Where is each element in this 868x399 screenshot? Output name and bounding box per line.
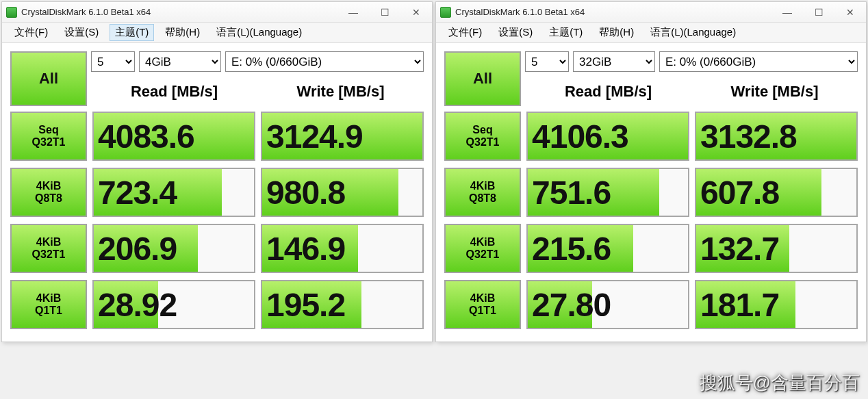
- content-area: All 5 4GiB E: 0% (0/660GiB) Read [MB/s] …: [2, 43, 432, 342]
- result-rows: SeqQ32T14083.63124.94KiBQ8T8723.4980.84K…: [10, 112, 424, 329]
- value-text: 28.92: [98, 286, 177, 324]
- write-value: 195.2: [261, 280, 424, 329]
- value-text: 4106.3: [532, 118, 628, 155]
- titlebar: CrystalDiskMark 6.1.0 Beta1 x64 — ☐ ✕: [436, 2, 866, 23]
- close-button[interactable]: ✕: [834, 2, 866, 23]
- menu-language[interactable]: 语言(L)(Language): [211, 24, 307, 41]
- test-button-seq-q32t1[interactable]: SeqQ32T1: [10, 112, 87, 161]
- test-label-line2: Q32T1: [466, 248, 500, 261]
- result-row: 4KiBQ8T8751.6607.8: [444, 168, 858, 217]
- test-label-line2: Q32T1: [32, 136, 66, 149]
- result-row: 4KiBQ32T1206.9146.9: [10, 224, 424, 273]
- titlebar: CrystalDiskMark 6.1.0 Beta1 x64 — ☐ ✕: [2, 2, 432, 23]
- menu-settings[interactable]: 设置(S): [493, 24, 538, 41]
- window-left: CrystalDiskMark 6.1.0 Beta1 x64 — ☐ ✕ 文件…: [1, 1, 433, 342]
- menu-file[interactable]: 文件(F): [9, 24, 53, 41]
- value-text: 206.9: [98, 230, 177, 268]
- test-label-line1: 4KiB: [36, 236, 61, 248]
- maximize-button[interactable]: ☐: [803, 2, 834, 23]
- test-label-line1: 4KiB: [470, 180, 495, 192]
- write-header: Write [MB/s]: [257, 83, 424, 101]
- read-value: 215.6: [526, 224, 689, 273]
- value-text: 723.4: [98, 174, 177, 211]
- result-row: 4KiBQ1T128.92195.2: [10, 280, 424, 329]
- test-label-line2: Q1T1: [469, 305, 496, 317]
- value-text: 980.8: [266, 174, 345, 211]
- value-text: 195.2: [266, 286, 345, 324]
- menubar: 文件(F) 设置(S) 主题(T) 帮助(H) 语言(L)(Language): [2, 23, 432, 43]
- result-row: 4KiBQ1T127.80181.7: [444, 280, 858, 329]
- write-value: 146.9: [261, 224, 424, 273]
- content-area: All 5 32GiB E: 0% (0/660GiB) Read [MB/s]…: [436, 43, 866, 342]
- menu-theme[interactable]: 主题(T): [544, 24, 588, 41]
- column-headers: Read [MB/s] Write [MB/s]: [525, 83, 858, 101]
- all-button[interactable]: All: [444, 51, 521, 106]
- value-text: 181.7: [700, 286, 779, 324]
- read-value: 27.80: [526, 280, 689, 329]
- minimize-button[interactable]: —: [771, 2, 803, 23]
- read-header: Read [MB/s]: [91, 83, 257, 101]
- maximize-button[interactable]: ☐: [369, 2, 400, 23]
- value-text: 3124.9: [266, 118, 363, 155]
- write-value: 980.8: [261, 168, 424, 217]
- windows-container: CrystalDiskMark 6.1.0 Beta1 x64 — ☐ ✕ 文件…: [0, 0, 868, 344]
- test-label-line2: Q32T1: [466, 136, 500, 149]
- window-controls: — ☐ ✕: [337, 2, 432, 23]
- menu-help[interactable]: 帮助(H): [159, 24, 205, 41]
- select-drive[interactable]: E: 0% (0/660GiB): [659, 51, 858, 72]
- test-button-4kib-q1t1[interactable]: 4KiBQ1T1: [10, 280, 87, 329]
- selects-row: 5 32GiB E: 0% (0/660GiB): [525, 51, 858, 72]
- select-count[interactable]: 5: [91, 51, 135, 72]
- read-value: 206.9: [92, 224, 255, 273]
- select-size[interactable]: 4GiB: [139, 51, 221, 72]
- all-button[interactable]: All: [10, 51, 87, 106]
- result-rows: SeqQ32T14106.33132.84KiBQ8T8751.6607.84K…: [444, 112, 858, 329]
- test-label-line2: Q1T1: [35, 305, 62, 317]
- test-label-line1: Seq: [38, 124, 58, 136]
- write-value: 132.7: [695, 224, 858, 273]
- test-button-4kib-q8t8[interactable]: 4KiBQ8T8: [444, 168, 521, 217]
- value-text: 3132.8: [700, 118, 797, 155]
- test-button-seq-q32t1[interactable]: SeqQ32T1: [444, 112, 521, 161]
- value-text: 607.8: [700, 174, 779, 211]
- select-size[interactable]: 32GiB: [573, 51, 655, 72]
- read-value: 28.92: [92, 280, 255, 329]
- value-text: 4083.6: [98, 118, 194, 155]
- menu-language[interactable]: 语言(L)(Language): [645, 24, 741, 41]
- value-text: 27.80: [532, 286, 611, 324]
- test-button-4kib-q8t8[interactable]: 4KiBQ8T8: [10, 168, 87, 217]
- test-label-line1: 4KiB: [36, 180, 61, 192]
- select-drive[interactable]: E: 0% (0/660GiB): [225, 51, 424, 72]
- close-button[interactable]: ✕: [400, 2, 432, 23]
- read-header: Read [MB/s]: [525, 83, 691, 101]
- value-text: 215.6: [532, 230, 611, 268]
- menu-file[interactable]: 文件(F): [443, 24, 487, 41]
- select-count[interactable]: 5: [525, 51, 569, 72]
- watermark: 搜狐号@含量百分百: [700, 371, 860, 395]
- minimize-button[interactable]: —: [337, 2, 369, 23]
- selects-row: 5 4GiB E: 0% (0/660GiB): [91, 51, 424, 72]
- result-row: SeqQ32T14106.33132.8: [444, 112, 858, 161]
- window-controls: — ☐ ✕: [771, 2, 866, 23]
- value-text: 132.7: [700, 230, 779, 268]
- read-value: 4106.3: [526, 112, 689, 161]
- value-text: 751.6: [532, 174, 611, 211]
- menu-settings[interactable]: 设置(S): [59, 24, 104, 41]
- test-button-4kib-q32t1[interactable]: 4KiBQ32T1: [444, 224, 521, 273]
- write-value: 607.8: [695, 168, 858, 217]
- test-label-line2: Q8T8: [469, 192, 496, 205]
- value-text: 146.9: [266, 230, 345, 268]
- app-icon: [440, 7, 451, 18]
- result-row: 4KiBQ32T1215.6132.7: [444, 224, 858, 273]
- write-value: 3124.9: [261, 112, 424, 161]
- test-button-4kib-q1t1[interactable]: 4KiBQ1T1: [444, 280, 521, 329]
- menu-help[interactable]: 帮助(H): [593, 24, 639, 41]
- write-header: Write [MB/s]: [691, 83, 858, 101]
- read-value: 4083.6: [92, 112, 255, 161]
- write-value: 3132.8: [695, 112, 858, 161]
- test-label-line1: 4KiB: [470, 292, 495, 305]
- menu-theme[interactable]: 主题(T): [110, 24, 154, 41]
- app-icon: [6, 7, 17, 18]
- test-button-4kib-q32t1[interactable]: 4KiBQ32T1: [10, 224, 87, 273]
- menubar: 文件(F) 设置(S) 主题(T) 帮助(H) 语言(L)(Language): [436, 23, 866, 43]
